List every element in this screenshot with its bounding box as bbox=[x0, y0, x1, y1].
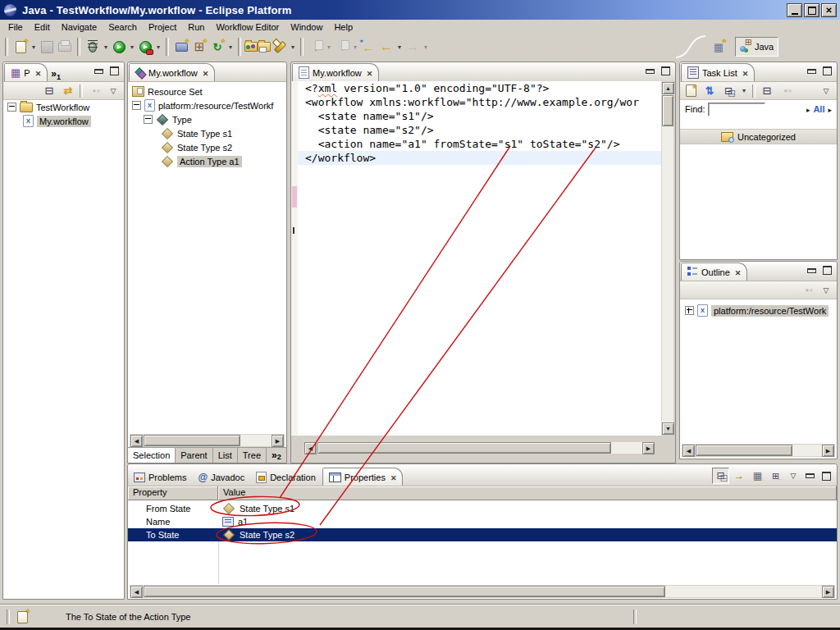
menu-window[interactable]: Window bbox=[285, 21, 328, 34]
next-filter-arrow-icon[interactable] bbox=[828, 104, 832, 114]
maximize-view-icon[interactable] bbox=[820, 264, 834, 276]
property-row-to-state[interactable]: To State State Type s2 bbox=[128, 528, 837, 541]
scrollbar-thumb[interactable] bbox=[662, 95, 673, 126]
new-java-class-icon[interactable] bbox=[208, 38, 226, 56]
forward-icon[interactable] bbox=[404, 38, 422, 56]
menu-search[interactable]: Search bbox=[103, 21, 143, 34]
maximize-window-button[interactable] bbox=[804, 3, 819, 17]
tab-task-list[interactable]: Task List bbox=[681, 63, 755, 81]
maximize-view-icon[interactable] bbox=[820, 65, 834, 77]
scrollbar-thumb[interactable] bbox=[144, 586, 665, 597]
new-wizard-dropdown-icon[interactable] bbox=[30, 38, 38, 56]
view-menu-icon[interactable] bbox=[106, 84, 121, 98]
last-edit-location-icon[interactable] bbox=[359, 38, 377, 56]
view-menu-icon[interactable] bbox=[819, 84, 833, 98]
xml-editor-content[interactable]: <?xml version="1.0" encoding="UTF-8"?> <… bbox=[298, 81, 661, 436]
next-annotation-dropdown-icon[interactable] bbox=[325, 38, 333, 56]
menu-file[interactable]: File bbox=[2, 21, 29, 34]
close-icon[interactable] bbox=[742, 68, 749, 78]
page-tab-list[interactable]: List bbox=[213, 448, 238, 463]
property-row-name[interactable]: Name a1 bbox=[128, 515, 837, 528]
editor-vertical-scrollbar[interactable] bbox=[661, 81, 674, 436]
back-icon[interactable] bbox=[377, 38, 395, 56]
scroll-left-icon[interactable] bbox=[130, 586, 143, 598]
scroll-left-icon[interactable] bbox=[304, 442, 317, 454]
tab-problems[interactable]: Problems bbox=[128, 468, 192, 486]
scroll-up-icon[interactable] bbox=[662, 82, 674, 94]
forward-dropdown-icon[interactable] bbox=[422, 38, 430, 56]
save-icon[interactable] bbox=[38, 38, 56, 56]
maximize-view-icon[interactable] bbox=[659, 65, 673, 77]
new-java-dropdown-icon[interactable] bbox=[226, 38, 235, 56]
tree-item-type[interactable]: Type bbox=[128, 112, 286, 126]
prev-filter-arrow-icon[interactable] bbox=[806, 104, 810, 114]
maximize-view-icon[interactable] bbox=[107, 65, 121, 77]
show-tree-mode-icon[interactable] bbox=[712, 468, 729, 484]
collapse-all-icon[interactable] bbox=[760, 84, 774, 98]
page-tab-selection[interactable]: Selection bbox=[128, 448, 176, 463]
open-perspective-button[interactable] bbox=[705, 38, 732, 56]
page-tab-tree[interactable]: Tree bbox=[238, 448, 267, 463]
minimize-view-icon[interactable] bbox=[643, 65, 657, 77]
filter-all-link[interactable]: All bbox=[813, 104, 824, 114]
new-junit-test-icon[interactable] bbox=[190, 38, 208, 56]
back-dropdown-icon[interactable] bbox=[395, 38, 404, 56]
editor-horizontal-scrollbar[interactable] bbox=[304, 441, 655, 454]
minimize-view-icon[interactable] bbox=[805, 264, 819, 276]
run-last-icon[interactable] bbox=[136, 38, 154, 56]
tab-properties[interactable]: Properties bbox=[322, 468, 404, 486]
view-menu-icon[interactable] bbox=[819, 283, 833, 298]
task-category-uncategorized[interactable]: Uncategorized bbox=[680, 129, 837, 144]
view-menu-icon[interactable] bbox=[786, 468, 801, 483]
resource-horizontal-scrollbar[interactable] bbox=[130, 434, 285, 447]
close-icon[interactable] bbox=[203, 68, 209, 78]
debug-icon[interactable] bbox=[84, 38, 102, 56]
link-with-editor-icon[interactable] bbox=[61, 84, 75, 98]
task-find-input[interactable] bbox=[708, 103, 765, 116]
previous-annotation-dropdown-icon[interactable] bbox=[351, 38, 359, 56]
run-last-dropdown-icon[interactable] bbox=[154, 38, 162, 56]
view-mode-dropdown-icon[interactable] bbox=[740, 82, 748, 100]
scroll-right-icon[interactable] bbox=[642, 442, 655, 454]
tree-item-action-a1[interactable]: Action Type a1 bbox=[128, 154, 286, 168]
run-dropdown-icon[interactable] bbox=[128, 38, 136, 56]
tab-outline[interactable]: Outline bbox=[681, 262, 747, 281]
scroll-right-icon[interactable] bbox=[822, 586, 834, 598]
column-value[interactable]: Value bbox=[218, 486, 837, 500]
tree-item-state-s1[interactable]: State Type s1 bbox=[128, 126, 286, 140]
scroll-down-icon[interactable] bbox=[662, 422, 674, 435]
expander-plus-icon[interactable] bbox=[685, 306, 694, 315]
synchronize-icon[interactable] bbox=[702, 84, 717, 98]
scrollbar-thumb[interactable] bbox=[696, 445, 792, 456]
collapse-all-icon[interactable] bbox=[42, 84, 57, 98]
pin-property-view-icon[interactable] bbox=[732, 468, 747, 483]
menu-navigate[interactable]: Navigate bbox=[56, 21, 103, 34]
scrollbar-thumb[interactable] bbox=[317, 442, 611, 454]
scroll-right-icon[interactable] bbox=[822, 445, 834, 457]
tab-xml-editor[interactable]: My.workflow bbox=[292, 63, 379, 81]
run-icon[interactable] bbox=[110, 38, 128, 56]
tree-item-resource-set[interactable]: Resource Set bbox=[128, 84, 286, 98]
scroll-left-icon[interactable] bbox=[682, 445, 695, 457]
show-advanced-properties-icon[interactable] bbox=[768, 468, 783, 483]
previous-annotation-icon[interactable] bbox=[333, 38, 351, 56]
minimize-view-icon[interactable] bbox=[805, 65, 819, 77]
minimize-view-icon[interactable] bbox=[803, 470, 817, 482]
menu-workflow-editor[interactable]: Workflow Editor bbox=[210, 21, 285, 34]
menu-edit[interactable]: Edit bbox=[29, 21, 56, 34]
new-task-icon[interactable] bbox=[683, 84, 698, 98]
tree-item-state-s2[interactable]: State Type s2 bbox=[128, 140, 286, 154]
expander-minus-icon[interactable] bbox=[144, 115, 153, 124]
tab-javadoc[interactable]: @ Javadoc bbox=[192, 468, 250, 486]
page-tab-overflow-chevron[interactable]: 2 bbox=[267, 448, 286, 463]
filters-icon[interactable] bbox=[87, 84, 102, 98]
menu-project[interactable]: Project bbox=[143, 21, 182, 34]
open-type-icon[interactable] bbox=[244, 42, 258, 52]
tree-item-workflow-file[interactable]: X My.workflow bbox=[3, 114, 124, 128]
scrollbar-thumb[interactable] bbox=[144, 435, 240, 446]
debug-dropdown-icon[interactable] bbox=[102, 38, 110, 56]
outline-item-platform-resource[interactable]: X platform:/resource/TestWork bbox=[680, 304, 837, 317]
scroll-right-icon[interactable] bbox=[272, 435, 284, 447]
filters-icon[interactable] bbox=[778, 84, 793, 98]
tab-overflow-chevron[interactable]: 1 bbox=[48, 70, 64, 81]
